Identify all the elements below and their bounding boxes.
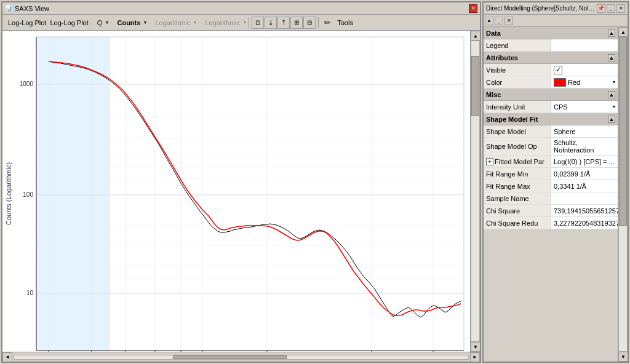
log2-dropdown-arrow: ▾ — [244, 20, 246, 25]
attributes-section-collapse[interactable]: ▲ — [608, 54, 615, 61]
toolbar-sep1: · — [90, 19, 92, 26]
data-section-header[interactable]: Data ▲ — [484, 27, 618, 39]
saxs-title-text: SAXS View — [15, 5, 466, 12]
misc-section-label: Misc — [486, 91, 501, 98]
vscroll-up-arrow[interactable]: ▲ — [471, 31, 480, 41]
visible-checkbox[interactable]: ✓ — [554, 66, 562, 74]
chart-area[interactable]: Counts (Logarithmic) 1000 100 10 — [2, 31, 470, 352]
fitted-model-par-value: Log(I(0) ) [CPS] = ... — [551, 156, 618, 167]
legend-label: Legend — [484, 39, 551, 51]
svg-text:Counts (Logarithmic): Counts (Logarithmic) — [5, 162, 12, 225]
chart-vscrollbar[interactable]: ▲ ▼ — [470, 31, 480, 352]
shape-model-fit-collapse[interactable]: ▲ — [608, 116, 615, 123]
data-section-label: Data — [486, 30, 501, 37]
data-section-collapse[interactable]: ▲ — [608, 30, 615, 37]
color-dropdown-arrow[interactable]: ▾ — [613, 79, 615, 85]
intensity-unit-label: Intensity Unit — [484, 101, 551, 113]
log-log-plot-button[interactable]: Log-Log Plot — [5, 17, 49, 28]
icon-btn-3[interactable]: ⤒ — [277, 17, 290, 29]
hscroll-right-arrow[interactable]: ► — [470, 352, 480, 362]
log1-dropdown-arrow: ▾ — [194, 20, 196, 25]
right-toolbar-close2[interactable]: ✕ — [504, 17, 513, 25]
fit-range-max-label: Fit Range Max — [484, 180, 551, 192]
properties-panel: Data ▲ Legend Attributes ▲ Visible — [484, 27, 618, 362]
saxs-title-bar: 📊 SAXS View ✕ — [2, 2, 480, 15]
toolbar-sep4: · — [198, 19, 200, 26]
saxs-close-button[interactable]: ✕ — [469, 4, 477, 13]
shape-model-value: Sphere — [551, 125, 618, 137]
toolbar-sep2: · — [110, 19, 112, 26]
logarithmic1-button[interactable]: Logarithmic — [152, 17, 193, 28]
pin-icon[interactable]: 📌 — [597, 4, 605, 13]
shape-model-op-value: Schultz, NoInteraction — [551, 138, 618, 155]
fitted-model-par-label: + Fitted Model Par — [484, 156, 551, 167]
right-panel-title-bar: Direct Modelling (Sphere[Schultz, NoI...… — [484, 2, 628, 15]
color-label: Color — [484, 76, 551, 88]
right-panel-close[interactable]: ✕ — [616, 4, 625, 13]
intensity-dropdown-arrow[interactable]: ▾ — [613, 104, 615, 109]
attributes-section-header[interactable]: Attributes ▲ — [484, 52, 618, 64]
right-panel-toolbar: ▲ _ ✕ — [484, 15, 628, 27]
counts-button[interactable]: Counts — [114, 17, 143, 28]
q-dropdown-arrow: ▾ — [106, 20, 108, 25]
log-log-plot-label: Log-Log Plot — [50, 19, 88, 26]
icon-btn-5[interactable]: ⊟ — [303, 17, 316, 29]
legend-row: Legend — [484, 39, 618, 52]
vscroll-down-arrow[interactable]: ▼ — [471, 342, 480, 352]
logarithmic2-button[interactable]: Logarithmic — [202, 17, 243, 28]
chi-square-redu-value: 3,2279220548319327 — [551, 217, 618, 229]
toolbar-sep5 — [249, 17, 249, 28]
hscroll-left-arrow[interactable]: ◄ — [2, 352, 12, 362]
svg-text:100: 100 — [23, 191, 33, 198]
visible-value[interactable]: ✓ — [551, 64, 618, 76]
fit-range-max-value: 0,3341 1/Å — [551, 180, 618, 192]
visible-row: Visible ✓ — [484, 64, 618, 76]
attributes-section-label: Attributes — [486, 54, 518, 61]
chart-hscrollbar[interactable]: ◄ ► — [2, 352, 480, 362]
shape-model-fit-label: Shape Model Fit — [486, 116, 538, 123]
intensity-unit-row: Intensity Unit CPS ▾ — [484, 101, 618, 113]
shape-model-fit-header[interactable]: Shape Model Fit ▲ — [484, 113, 618, 125]
pencil-icon[interactable]: ✏ — [321, 17, 333, 29]
shape-model-op-row: Shape Model Op Schultz, NoInteraction — [484, 138, 618, 156]
svg-text:10: 10 — [26, 290, 34, 296]
right-panel-vscrollbar[interactable]: ▲ ▼ — [618, 27, 628, 362]
shape-model-label: Shape Model — [484, 125, 551, 137]
intensity-unit-text: CPS — [554, 103, 568, 111]
fit-range-max-row: Fit Range Max 0,3341 1/Å — [484, 180, 618, 192]
right-toolbar-minimize2[interactable]: _ — [495, 17, 503, 25]
misc-section-collapse[interactable]: ▲ — [608, 91, 615, 98]
icon-btn-1[interactable]: ⊡ — [252, 17, 264, 29]
fit-range-min-value: 0,02399 1/Å — [551, 168, 618, 180]
right-panel-minimize[interactable]: _ — [607, 4, 615, 13]
fitted-expand-btn[interactable]: + — [486, 158, 493, 165]
right-vscroll-down[interactable]: ▼ — [618, 352, 628, 362]
tools-button[interactable]: Tools — [334, 17, 356, 28]
intensity-unit-value[interactable]: CPS ▾ — [551, 101, 618, 113]
saxs-title-icon: 📊 — [5, 5, 12, 12]
color-swatch — [554, 78, 566, 87]
color-value[interactable]: Red ▾ — [551, 76, 618, 88]
right-vscroll-up[interactable]: ▲ — [618, 27, 628, 37]
toolbar-sep3: · — [148, 19, 150, 26]
shape-model-row: Shape Model Sphere — [484, 125, 618, 138]
chi-square-label: Chi Square — [484, 205, 551, 216]
chi-square-redu-label: Chi Square Redu — [484, 217, 551, 229]
sample-name-row: Sample Name — [484, 192, 618, 205]
fit-range-min-row: Fit Range Min 0,02399 1/Å — [484, 168, 618, 180]
fit-range-min-label: Fit Range Min — [484, 168, 551, 180]
sample-name-value[interactable] — [551, 192, 618, 204]
color-row: Color Red ▾ — [484, 76, 618, 89]
toolbar-sep6 — [318, 17, 319, 28]
right-toolbar-up[interactable]: ▲ — [485, 17, 493, 25]
misc-section-header[interactable]: Misc ▲ — [484, 89, 618, 101]
color-text: Red — [568, 79, 580, 86]
fitted-label-text: Fitted Model Par — [495, 158, 544, 165]
svg-text:1000: 1000 — [20, 81, 34, 87]
icon-btn-4[interactable]: ⊞ — [290, 17, 303, 29]
q-button[interactable]: Q — [94, 17, 106, 28]
chi-square-redu-row: Chi Square Redu 3,2279220548319327 — [484, 217, 618, 229]
icon-btn-2[interactable]: ⤓ — [265, 17, 277, 29]
legend-value[interactable] — [551, 39, 618, 51]
right-panel-title-text: Direct Modelling (Sphere[Schultz, NoI...… — [486, 5, 596, 12]
